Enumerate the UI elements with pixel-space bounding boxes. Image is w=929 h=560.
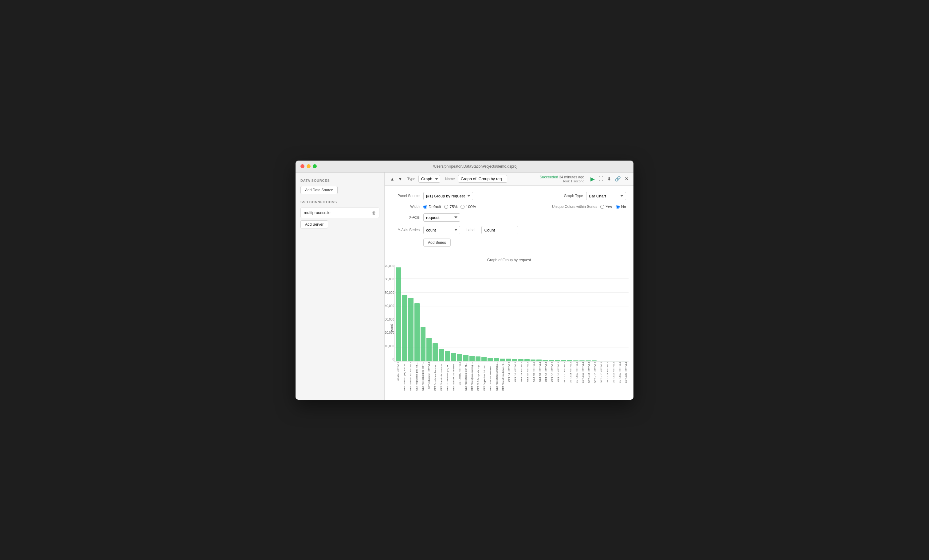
download-button[interactable]: ⬇ bbox=[606, 175, 612, 182]
bar[interactable] bbox=[604, 361, 609, 361]
bar[interactable] bbox=[451, 353, 456, 361]
bar[interactable] bbox=[567, 360, 572, 361]
x-axis-label-text: GET /docs/json-parsing.html HTTP/1.1 bbox=[471, 362, 474, 391]
y-axis-select[interactable]: count bbox=[423, 226, 460, 234]
bar[interactable] bbox=[598, 361, 603, 361]
x-label-wrapper: GET /apple-touch-icon-precomposed.png HT… bbox=[482, 362, 487, 391]
bar[interactable] bbox=[543, 360, 548, 361]
x-axis-label-text: GET /x16 HTTP/1.1 bbox=[600, 362, 603, 383]
bar[interactable] bbox=[402, 295, 407, 361]
width-75-option[interactable]: 75% bbox=[444, 205, 457, 209]
bar[interactable] bbox=[537, 360, 542, 361]
x-label-wrapper: GET /x5 HTTP/1.1 bbox=[531, 362, 537, 382]
bar[interactable] bbox=[610, 361, 615, 361]
delete-ssh-icon[interactable]: 🗑 bbox=[372, 210, 376, 215]
y-axis-chart-label: count bbox=[389, 265, 393, 392]
run-button[interactable]: ▶ bbox=[590, 175, 595, 183]
bar[interactable] bbox=[445, 351, 450, 361]
bar[interactable] bbox=[506, 359, 511, 361]
x-axis-label-text: GET /x10 HTTP/1.1 bbox=[563, 362, 566, 383]
bar[interactable] bbox=[573, 360, 578, 361]
x-label-wrapper: GET /docs/json-parsing.html HTTP/1.1 bbox=[469, 362, 475, 391]
unique-colors-no[interactable]: No bbox=[616, 205, 626, 209]
delete-panel-button[interactable]: ✕ bbox=[624, 175, 629, 182]
series-label-input[interactable] bbox=[481, 226, 518, 234]
bar[interactable] bbox=[579, 360, 585, 361]
panel-source-select[interactable]: [#1] Group by request bbox=[423, 192, 473, 200]
nav-down-button[interactable]: ▼ bbox=[397, 176, 404, 182]
panel-name-input[interactable] bbox=[458, 175, 507, 183]
x-axis-label-text: GET /docs/installation.html HTTP/1.1 bbox=[502, 362, 504, 391]
x-label-wrapper: HEAD / HTTP/1.1 bbox=[396, 362, 401, 381]
bar[interactable] bbox=[549, 360, 554, 361]
bars-container bbox=[395, 265, 629, 361]
bar[interactable] bbox=[408, 298, 414, 361]
bar[interactable] bbox=[616, 361, 621, 361]
x-axis-label-text: GET /x17 HTTP/1.1 bbox=[606, 362, 609, 383]
x-axis-label-text: GET /x4 HTTP/1.1 bbox=[526, 362, 529, 382]
bar[interactable] bbox=[518, 359, 523, 361]
bar[interactable] bbox=[530, 360, 536, 361]
bar[interactable] bbox=[463, 355, 469, 361]
x-axis-label-text: GET /docs/latest/Installation.html HTTP/… bbox=[495, 362, 498, 391]
bar[interactable] bbox=[487, 358, 493, 361]
bar[interactable] bbox=[439, 349, 444, 361]
x-axis-label-text: GET /robots.txt HTTP/1.1 bbox=[428, 362, 431, 389]
x-label-wrapper: GET /x20 HTTP/1.1 bbox=[623, 362, 629, 383]
bar[interactable] bbox=[494, 358, 499, 361]
x-label-wrapper: GET /x3 HTTP/1.1 bbox=[519, 362, 524, 382]
ssh-connections-heading: SSH CONNECTIONS bbox=[300, 200, 379, 204]
x-label-wrapper: GET /docs/latest/Installation.html HTTP/… bbox=[494, 362, 500, 391]
bar[interactable] bbox=[555, 360, 560, 361]
add-server-button[interactable]: Add Server bbox=[300, 220, 328, 228]
expand-button[interactable]: ⛶ bbox=[598, 176, 604, 182]
bar[interactable] bbox=[426, 338, 432, 361]
bar[interactable] bbox=[432, 343, 438, 361]
panel-navigation: ▲ ▼ bbox=[389, 176, 404, 182]
x-axis-label-text: GET /docs/column-and-row-oriented-datast… bbox=[440, 362, 443, 391]
bar[interactable] bbox=[475, 357, 481, 361]
minimize-button[interactable] bbox=[307, 164, 311, 168]
bar[interactable] bbox=[586, 360, 591, 361]
more-options-button[interactable]: ⋯ bbox=[510, 176, 515, 182]
unique-colors-label: Unique Colors within Series bbox=[552, 205, 597, 209]
width-100-option[interactable]: 100% bbox=[460, 205, 476, 209]
x-axis-select[interactable]: request bbox=[423, 213, 460, 222]
bar[interactable] bbox=[481, 357, 487, 361]
chart-plot: 70,00060,00050,00040,00030,00020,00010,0… bbox=[394, 265, 629, 362]
add-data-source-button[interactable]: Add Data Source bbox=[300, 186, 337, 194]
bar[interactable] bbox=[414, 303, 420, 361]
x-label-wrapper: GET /x13 HTTP/1.1 bbox=[580, 362, 586, 383]
x-label-wrapper: GET /0.3.0-exports.png HTTP/1.1 bbox=[475, 362, 481, 391]
close-button[interactable] bbox=[300, 164, 304, 168]
type-label: Type bbox=[407, 177, 415, 181]
add-series-button[interactable]: Add Series bbox=[423, 239, 451, 246]
share-button[interactable]: 🔗 bbox=[614, 175, 621, 182]
bar[interactable] bbox=[396, 268, 401, 361]
x-label-wrapper: GET /x8 HTTP/1.1 bbox=[550, 362, 555, 382]
x-axis-label-text: GET /0.3.0-exports.png HTTP/1.1 bbox=[477, 362, 480, 391]
type-select[interactable]: Graph bbox=[419, 175, 440, 183]
bar[interactable] bbox=[420, 327, 426, 361]
traffic-lights bbox=[300, 164, 317, 168]
bar[interactable] bbox=[469, 356, 475, 361]
nav-up-button[interactable]: ▲ bbox=[389, 176, 396, 182]
bar[interactable] bbox=[457, 354, 462, 361]
bar[interactable] bbox=[524, 359, 530, 361]
bar[interactable] bbox=[622, 361, 627, 361]
maximize-button[interactable] bbox=[313, 164, 317, 168]
width-default-option[interactable]: Default bbox=[423, 205, 441, 209]
bar[interactable] bbox=[592, 360, 597, 361]
bar[interactable] bbox=[561, 360, 566, 361]
x-axis-label-text: GET /file-panel.png HTTP/1.1 bbox=[422, 362, 424, 391]
x-label-wrapper: GET /x17 HTTP/1.1 bbox=[605, 362, 610, 383]
unique-colors-yes[interactable]: Yes bbox=[600, 205, 612, 209]
width-label: Width bbox=[392, 205, 420, 209]
width-row: Width Default 75% 100% Unique Co bbox=[392, 205, 626, 209]
bar[interactable] bbox=[512, 359, 517, 361]
bar[interactable] bbox=[500, 359, 505, 361]
x-axis-label-text: GET /docs/large-json-files-via-partial-j… bbox=[464, 362, 467, 391]
x-label-wrapper: GET /robots.txt HTTP/1.1 bbox=[426, 362, 432, 389]
x-axis-label-text: GET /x12 HTTP/1.1 bbox=[575, 362, 578, 383]
graph-type-select[interactable]: Bar Chart bbox=[586, 192, 626, 200]
